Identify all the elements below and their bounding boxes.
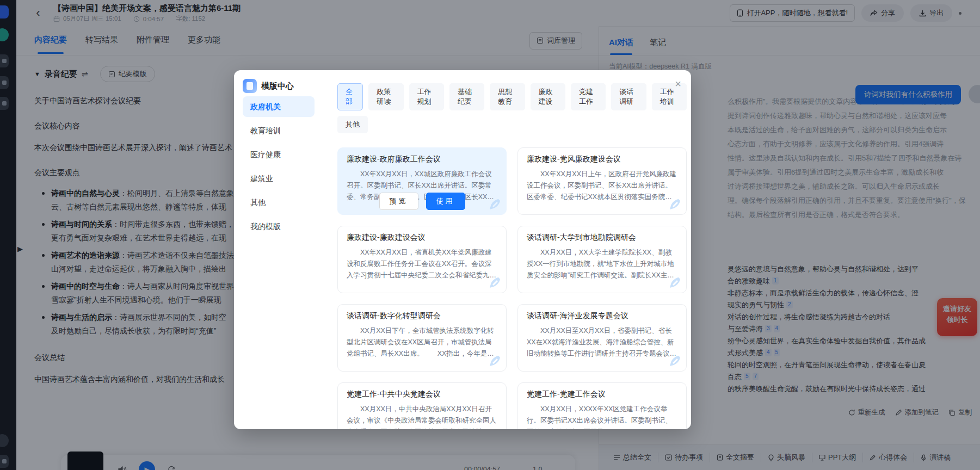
- filter-chip[interactable]: 谈话调研: [611, 83, 646, 110]
- edit-quill-icon: [667, 354, 682, 369]
- template-card[interactable]: 党建工作-中共中央党建会议 XX月XX日，中共中央政治局XX月XX日召开会议，审…: [337, 382, 507, 429]
- edit-quill-icon: [667, 197, 682, 212]
- preview-button[interactable]: 预览: [379, 193, 418, 210]
- use-button[interactable]: 使用: [426, 193, 465, 210]
- modal-sidebar: 模版中心 政府机关 教育培训 医疗健康 建筑业 其他 我的模版: [234, 70, 324, 429]
- template-center-modal: × 模版中心 政府机关 教育培训 医疗健康 建筑业 其他 我的模版 全部 政策研…: [234, 70, 691, 429]
- filter-chip[interactable]: 廉政建设: [531, 83, 565, 110]
- sidebar-item-other[interactable]: 其他: [243, 192, 315, 213]
- sidebar-item-my-templates[interactable]: 我的模版: [243, 216, 315, 237]
- sidebar-item-construction[interactable]: 建筑业: [243, 168, 315, 189]
- edit-quill-icon: [486, 275, 502, 290]
- close-icon[interactable]: ×: [675, 78, 681, 90]
- template-center-logo-icon: [243, 79, 257, 93]
- filter-chip[interactable]: 工作培训: [652, 83, 687, 110]
- edit-quill-icon: [667, 275, 682, 290]
- template-card[interactable]: 廉政建设-党风廉政建设会议 XX年XX月XX日上午，区政府召开党风廉政建设工作会…: [517, 147, 687, 215]
- sidebar-item-education[interactable]: 教育培训: [243, 120, 315, 141]
- edit-quill-icon: [486, 354, 502, 369]
- filter-chip[interactable]: 基础纪要: [449, 83, 484, 110]
- template-card[interactable]: 党建工作-党建工作会议 XX月XX日，XXXX年XX区党建工作会议举行。区委书记…: [517, 382, 687, 429]
- filter-chip[interactable]: 思想教育: [490, 83, 525, 110]
- template-card[interactable]: 廉政建设-廉政建设会议 XX年XX月XX日，省直机关XX年党风廉政建设和反腐败工…: [337, 226, 507, 293]
- template-card[interactable]: 谈话调研-海洋业发展专题会议 XX月XX日至XX月XX日，省委副书记、省长XX在…: [517, 304, 687, 372]
- template-card[interactable]: 谈话调研-大学到市地勘院调研会 XX月XX日，XX大学土建学院院长XX、副教授X…: [517, 226, 687, 293]
- filter-chip[interactable]: 政策研读: [368, 83, 403, 110]
- template-card[interactable]: 谈话调研-数字化转型调研会 XX月XX日下午，全市城管执法系统数字化转型北片区调…: [337, 304, 507, 372]
- modal-content: 全部 政策研读 工作规划 基础纪要 思想教育 廉政建设 党建工作 谈话调研 工作…: [324, 70, 691, 429]
- filter-chip[interactable]: 工作规划: [409, 83, 444, 110]
- filter-chip-all[interactable]: 全部: [337, 83, 363, 110]
- sidebar-item-government[interactable]: 政府机关: [243, 96, 315, 117]
- template-card-grid: 廉政建设-政府廉政工作会议 XX年XX月XX日，XX城区政府廉政工作会议召开。区…: [337, 147, 687, 429]
- modal-title: 模版中心: [261, 81, 294, 91]
- template-card[interactable]: 廉政建设-政府廉政工作会议 XX年XX月XX日，XX城区政府廉政工作会议召开。区…: [337, 147, 507, 215]
- filter-chip[interactable]: 党建工作: [571, 83, 606, 110]
- sidebar-item-medical[interactable]: 医疗健康: [243, 144, 315, 165]
- filter-chip[interactable]: 其他: [337, 116, 368, 133]
